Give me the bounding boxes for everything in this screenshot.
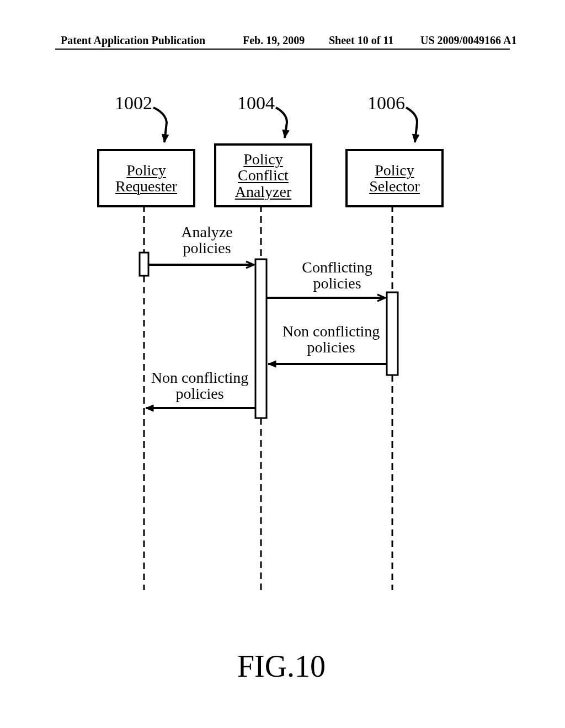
svg-rect-6 xyxy=(140,253,148,276)
msg-analyze-policies: Analyzepolicies xyxy=(166,224,248,256)
header-left: Patent Application Publication xyxy=(61,34,205,47)
header-sheet: Sheet 10 of 11 xyxy=(329,34,393,47)
msg-conflicting-policies: Conflictingpolicies xyxy=(285,259,390,292)
sequence-svg xyxy=(55,77,508,684)
msg-nonconflicting-return-selector: Non conflictingpolicies xyxy=(276,323,386,356)
msg-nonconflicting-return-requester: Non conflictingpolicies xyxy=(145,370,255,402)
figure-10: 1002 1004 1006 PolicyRequester PolicyCon… xyxy=(55,77,508,684)
figure-caption: FIG.10 xyxy=(55,649,508,684)
page: Patent Application Publication Feb. 19, … xyxy=(0,0,565,728)
header-date: Feb. 19, 2009 xyxy=(243,34,305,47)
svg-rect-8 xyxy=(387,292,398,375)
header-divider xyxy=(55,49,510,50)
svg-rect-7 xyxy=(255,259,266,418)
header-pubnum: US 2009/0049166 A1 xyxy=(420,34,516,47)
